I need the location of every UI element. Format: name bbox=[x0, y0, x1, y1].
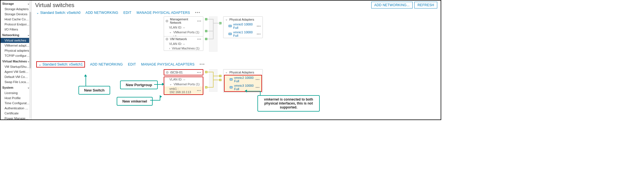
portgroup-icon bbox=[166, 38, 168, 40]
vmkernel-ports-expander[interactable]: ⌄VMkernel Ports (1) bbox=[164, 82, 203, 86]
sidebar-item-vm-startup-shutdown[interactable]: VM Startup/Shutdown bbox=[1, 64, 31, 69]
section-label: System bbox=[2, 86, 13, 89]
vswitch1-edit[interactable]: EDIT bbox=[128, 62, 136, 66]
annotation-line bbox=[86, 76, 86, 86]
sidebar-section-networking[interactable]: Networking⌄ bbox=[1, 32, 31, 38]
sidebar-section-virtual-machines[interactable]: Virtual Machines⌄ bbox=[1, 58, 31, 64]
more-icon[interactable]: ••• bbox=[197, 89, 201, 92]
vswitch0-edit[interactable]: EDIT bbox=[123, 11, 132, 15]
sidebar-item-licensing[interactable]: Licensing bbox=[1, 90, 31, 95]
add-networking-button[interactable]: ADD NETWORKING... bbox=[371, 2, 413, 8]
sidebar-item-physical-adapters[interactable]: Physical adapters bbox=[1, 48, 31, 53]
callout-warning: vmkernel is connected to both physical i… bbox=[257, 95, 320, 112]
sidebar-item-swap-file-location[interactable]: Swap File Location bbox=[1, 79, 31, 84]
sidebar-item-protocol-endpoints[interactable]: Protocol Endpoints bbox=[1, 22, 31, 27]
vswitch1-manage-adapters[interactable]: MANAGE PHYSICAL ADAPTERS bbox=[141, 62, 195, 66]
sidebar-item-agent-vm-settings[interactable]: Agent VM Settings bbox=[1, 69, 31, 74]
sidebar-item-virtual-switches[interactable]: Virtual switches bbox=[1, 38, 31, 43]
chevron-down-icon[interactable]: ⌄ bbox=[225, 70, 228, 74]
vmnic3-row[interactable]: vmnic3 10000 Full ••• bbox=[225, 83, 261, 91]
sidebar-item-authentication-services[interactable]: Authentication Services bbox=[1, 106, 31, 111]
vswitch0-block: ⌄ Standard Switch: vSwitch0 ADD NETWORKI… bbox=[32, 8, 441, 60]
nic-label: vmnic3 10000 Full bbox=[234, 84, 254, 91]
uplink-dot bbox=[205, 30, 207, 32]
more-icon[interactable]: ••• bbox=[257, 24, 261, 28]
sidebar-item-host-cache-configuration[interactable]: Host Cache Configuration bbox=[1, 17, 31, 22]
arrow-icon bbox=[162, 83, 164, 86]
vswitch1-title[interactable]: ⌄ Standard Switch: vSwitch1 bbox=[36, 61, 85, 68]
portgroup-icon bbox=[166, 71, 169, 74]
callout-new-switch: New Switch bbox=[78, 86, 110, 95]
sidebar-scroll-thumb[interactable] bbox=[29, 12, 31, 68]
refresh-button[interactable]: REFRESH bbox=[414, 2, 437, 8]
vms-label: Virtual Machines (1) bbox=[172, 47, 200, 50]
vmk1-row[interactable]: vmk1 : 192.168.10.113••• bbox=[164, 86, 203, 94]
vms-expander[interactable]: ›Virtual Machines (1) bbox=[164, 46, 203, 51]
sidebar-item-time-configuration[interactable]: Time Configuration bbox=[1, 101, 31, 106]
portgroup-vm-network[interactable]: VM Network ••• VLAN ID: -- ›Virtual Mach… bbox=[164, 36, 203, 51]
vswitch0-more-icon[interactable]: ••• bbox=[195, 11, 201, 15]
sidebar-section-storage[interactable]: Storage⌄ bbox=[1, 1, 31, 6]
sidebar-item-host-profile[interactable]: Host Profile bbox=[1, 95, 31, 101]
uplink-dot bbox=[205, 71, 207, 73]
sidebar-item-default-vm-compatibility[interactable]: Default VM Compatibility bbox=[1, 74, 31, 79]
vlan-id: VLAN ID: -- bbox=[164, 25, 203, 30]
more-icon[interactable]: ••• bbox=[197, 19, 201, 23]
chevron-down-icon: ⌄ bbox=[39, 62, 41, 66]
sidebar-item-storage-adapters[interactable]: Storage Adapters bbox=[1, 6, 31, 12]
more-icon[interactable]: ••• bbox=[255, 78, 260, 81]
portgroup-iscsi[interactable]: iSCSI-01 ••• bbox=[164, 69, 203, 75]
vmnic1-row[interactable]: vmnic1 10000 Full ••• bbox=[223, 30, 263, 38]
more-icon[interactable]: ••• bbox=[197, 37, 201, 41]
callout-new-vmkernel: New vmkernel bbox=[117, 97, 153, 106]
uplink-dot bbox=[205, 18, 207, 20]
vmkernel-ports-label: VMkernel Ports (1) bbox=[174, 82, 200, 86]
annotation-line bbox=[154, 84, 163, 85]
main-panel: Virtual switches ADD NETWORKING... REFRE… bbox=[32, 1, 441, 119]
nic-icon bbox=[230, 78, 233, 81]
nic-icon bbox=[230, 86, 233, 88]
sidebar-item-tcp-ip-configuration[interactable]: TCP/IP configuration bbox=[1, 53, 31, 58]
vswitch1-add-networking[interactable]: ADD NETWORKING bbox=[90, 62, 123, 66]
vswitch0-title[interactable]: ⌄ Standard Switch: vSwitch0 bbox=[36, 11, 80, 15]
sidebar-item-certificate[interactable]: Certificate bbox=[1, 111, 31, 116]
sidebar: Storage⌄Storage AdaptersStorage DevicesH… bbox=[1, 1, 32, 119]
annotation-line bbox=[150, 100, 160, 101]
physical-adapters-title: Physical Adapters bbox=[229, 18, 254, 21]
portgroup-name: VM Network bbox=[170, 37, 195, 41]
more-icon[interactable]: ••• bbox=[257, 32, 261, 36]
nic-icon bbox=[229, 33, 232, 35]
vswitch1-title-text: Standard Switch: vSwitch1 bbox=[42, 62, 83, 66]
vmnic0-row[interactable]: vmnic0 10000 Full ••• bbox=[223, 22, 263, 30]
sidebar-item-storage-devices[interactable]: Storage Devices bbox=[1, 12, 31, 17]
vswitch0-title-text: Standard Switch: vSwitch0 bbox=[40, 11, 80, 15]
vmnic2-row[interactable]: vmnic2 10000 Full ••• bbox=[225, 75, 261, 83]
section-label: Storage bbox=[2, 2, 14, 5]
vswitch0-manage-adapters[interactable]: MANAGE PHYSICAL ADAPTERS bbox=[137, 11, 190, 15]
more-icon[interactable]: ••• bbox=[197, 71, 201, 74]
chevron-down-icon[interactable]: ⌄ bbox=[225, 18, 228, 21]
uplink-dot bbox=[205, 86, 207, 88]
sidebar-item-vmkernel-adapters[interactable]: VMkernel adapters bbox=[1, 43, 31, 48]
page-title: Virtual switches bbox=[35, 2, 371, 8]
nic-label: vmnic1 10000 Full bbox=[233, 31, 255, 37]
nic-label: vmnic2 10000 Full bbox=[234, 76, 254, 83]
annotation-line bbox=[247, 91, 260, 92]
vmk1-text: vmk1 : 192.168.10.113 bbox=[169, 87, 196, 94]
more-icon[interactable]: ••• bbox=[255, 86, 260, 89]
physical-adapters-1: ⌄ Physical Adapters vmnic2 10000 Full ••… bbox=[223, 69, 263, 93]
sidebar-item-power-management[interactable]: Power Management bbox=[1, 116, 31, 119]
portgroup-icon bbox=[166, 20, 168, 22]
sidebar-section-system[interactable]: System⌄ bbox=[1, 84, 31, 90]
sidebar-item-i-o-filters[interactable]: I/O Filters bbox=[1, 27, 31, 32]
vmkernel-ports-label: VMkernel Ports (1) bbox=[173, 31, 199, 34]
section-label: Virtual Machines bbox=[2, 60, 27, 63]
callout-new-portgroup: New Portgroup bbox=[120, 81, 158, 89]
portgroup-name: iSCSI-01 bbox=[170, 71, 195, 74]
vswitch1-more-icon[interactable]: ••• bbox=[200, 62, 205, 66]
vmkernel-ports-expander[interactable]: ⌄VMkernel Ports (1) bbox=[164, 30, 203, 34]
uplink-dot bbox=[205, 38, 207, 40]
vswitch0-add-networking[interactable]: ADD NETWORKING bbox=[86, 11, 118, 15]
sidebar-scrollbar[interactable] bbox=[29, 1, 31, 119]
arrow-icon bbox=[160, 95, 162, 98]
